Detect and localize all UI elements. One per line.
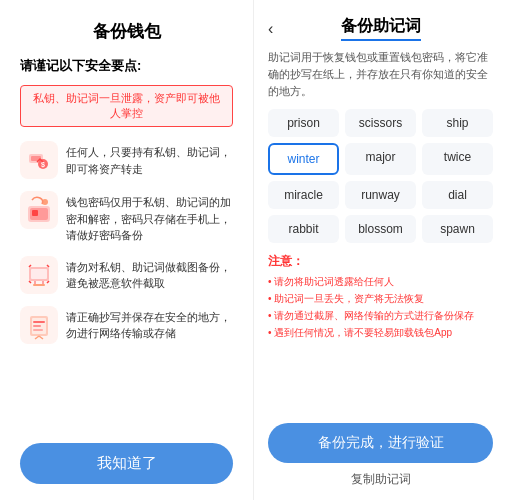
svg-rect-19 [33, 321, 45, 323]
word-cell-prison: prison [268, 109, 339, 137]
left-subtitle: 请谨记以下安全要点: [20, 57, 233, 75]
security-text-encrypt: 钱包密码仅用于私钥、助记词的加密和解密，密码只存储在手机上，请做好密码备份 [66, 191, 233, 244]
word-cell-rabbit: rabbit [268, 215, 339, 243]
i-know-button[interactable]: 我知道了 [20, 443, 233, 484]
right-title-wrap: 备份助记词 [341, 16, 421, 41]
left-panel-title: 备份钱包 [93, 20, 161, 43]
word-cell-scissors: scissors [345, 109, 416, 137]
svg-rect-12 [31, 269, 47, 279]
svg-rect-21 [33, 329, 43, 331]
svg-rect-15 [33, 284, 45, 286]
security-list: $ 任何人，只要持有私钥、助记词，即可将资产转走 钱包密码仅用于私钥、助记词的加… [20, 141, 233, 435]
svg-rect-8 [32, 210, 38, 216]
word-cell-winter: winter [268, 143, 339, 175]
notes-item: 请勿通过截屏、网络传输的方式进行备份保存 [268, 307, 493, 324]
left-panel: 备份钱包 请谨记以下安全要点: 私钥、助记词一旦泄露，资产即可被他人掌控 $ 任… [0, 0, 253, 500]
word-cell-runway: runway [345, 181, 416, 209]
word-cell-dial: dial [422, 181, 493, 209]
notes-item: 请勿将助记词透露给任何人 [268, 273, 493, 290]
security-item-safe: 请正确抄写并保存在安全的地方，勿进行网络传输或存储 [20, 306, 233, 344]
warning-badge: 私钥、助记词一旦泄露，资产即可被他人掌控 [20, 85, 233, 127]
notes-list: 请勿将助记词透露给任何人助记词一旦丢失，资产将无法恢复请勿通过截屏、网络传输的方… [268, 273, 493, 341]
security-text-safe: 请正确抄写并保存在安全的地方，勿进行网络传输或存储 [66, 306, 233, 342]
word-cell-ship: ship [422, 109, 493, 137]
copy-button[interactable]: 复制助记词 [351, 471, 411, 488]
screenshot-icon [20, 256, 58, 294]
svg-text:$: $ [41, 161, 45, 169]
right-description: 助记词用于恢复钱包或重置钱包密码，将它准确的抄写在纸上，并存放在只有你知道的安全… [268, 49, 493, 99]
notes-section: 注意： 请勿将助记词透露给任何人助记词一旦丢失，资产将无法恢复请勿通过截屏、网络… [268, 253, 493, 341]
transfer-icon: $ [20, 141, 58, 179]
word-cell-twice: twice [422, 143, 493, 175]
right-panel-title: 备份助记词 [341, 16, 421, 41]
security-item-encrypt: 钱包密码仅用于私钥、助记词的加密和解密，密码只存储在手机上，请做好密码备份 [20, 191, 233, 244]
security-text-screenshot: 请勿对私钥、助记词做截图备份，避免被恶意软件截取 [66, 256, 233, 292]
right-bottom: 备份完成，进行验证 复制助记词 [268, 423, 493, 488]
word-cell-blossom: blossom [345, 215, 416, 243]
right-panel: ‹ 备份助记词 助记词用于恢复钱包或重置钱包密码，将它准确的抄写在纸上，并存放在… [253, 0, 507, 500]
notes-title: 注意： [268, 253, 493, 270]
safe-icon [20, 306, 58, 344]
svg-rect-20 [33, 325, 41, 327]
word-cell-miracle: miracle [268, 181, 339, 209]
notes-item: 助记词一旦丢失，资产将无法恢复 [268, 290, 493, 307]
verify-button[interactable]: 备份完成，进行验证 [268, 423, 493, 463]
word-grid: prisonscissorsshipwintermajortwicemiracl… [268, 109, 493, 243]
back-arrow-icon[interactable]: ‹ [268, 20, 273, 38]
word-cell-major: major [345, 143, 416, 175]
security-item-screenshot: 请勿对私钥、助记词做截图备份，避免被恶意软件截取 [20, 256, 233, 294]
security-item-transfer: $ 任何人，只要持有私钥、助记词，即可将资产转走 [20, 141, 233, 179]
right-header: ‹ 备份助记词 [268, 16, 493, 41]
word-cell-spawn: spawn [422, 215, 493, 243]
encrypt-icon [20, 191, 58, 229]
notes-item: 遇到任何情况，请不要轻易卸载钱包App [268, 324, 493, 341]
security-text-transfer: 任何人，只要持有私钥、助记词，即可将资产转走 [66, 141, 233, 177]
